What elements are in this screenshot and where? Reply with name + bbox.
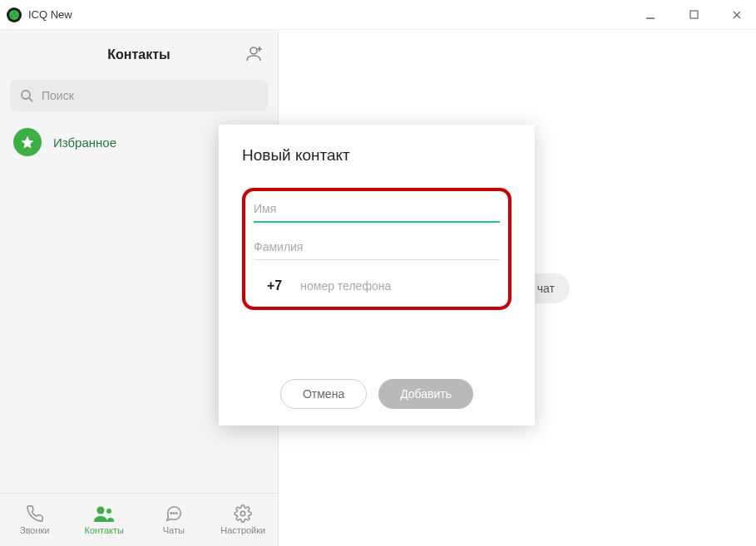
add-button[interactable]: Добавить — [378, 379, 473, 409]
sidebar-header: Контакты — [0, 30, 278, 80]
first-name-input[interactable] — [254, 202, 500, 215]
nav-label: Чаты — [163, 525, 185, 535]
maximize-button[interactable] — [681, 2, 706, 27]
nav-contacts[interactable]: Контакты — [75, 504, 133, 535]
nav-label: Звонки — [20, 525, 50, 535]
window-titlebar: ICQ New — [0, 0, 756, 30]
nav-chats[interactable]: Чаты — [145, 504, 203, 535]
modal-actions: Отмена Добавить — [242, 362, 511, 409]
last-name-field[interactable] — [254, 239, 500, 260]
sidebar-title: Контакты — [107, 47, 170, 62]
country-code-selector[interactable]: +7 — [267, 278, 282, 293]
svg-point-0 — [13, 12, 15, 13]
svg-point-2 — [15, 15, 17, 17]
add-contact-button[interactable] — [245, 45, 263, 65]
svg-point-14 — [170, 513, 171, 514]
app-icon — [7, 7, 22, 22]
chat-icon — [165, 504, 183, 523]
svg-point-13 — [106, 509, 111, 514]
nav-label: Настройки — [220, 525, 265, 535]
star-icon — [13, 128, 42, 156]
cancel-button[interactable]: Отмена — [280, 379, 367, 409]
last-name-input[interactable] — [254, 240, 500, 253]
contacts-icon — [93, 504, 115, 523]
svg-rect-4 — [690, 11, 698, 18]
svg-point-17 — [241, 511, 246, 516]
phone-field[interactable]: +7 — [254, 277, 500, 293]
search-field[interactable] — [10, 80, 268, 111]
new-contact-modal: Новый контакт +7 Отмена Добавить — [219, 125, 535, 425]
svg-point-16 — [175, 513, 176, 514]
svg-point-7 — [250, 47, 257, 54]
svg-point-1 — [11, 15, 12, 17]
window-title: ICQ New — [28, 8, 72, 21]
add-person-icon — [245, 45, 263, 61]
phone-icon — [26, 504, 44, 523]
first-name-field[interactable] — [254, 201, 500, 223]
phone-input[interactable] — [300, 279, 446, 293]
nav-calls[interactable]: Звонки — [6, 504, 64, 535]
svg-point-15 — [173, 513, 174, 514]
close-button[interactable] — [724, 2, 749, 27]
bottom-nav: Звонки Контакты Чаты Настройки — [0, 493, 278, 546]
svg-line-11 — [29, 98, 32, 101]
modal-title: Новый контакт — [242, 146, 511, 165]
svg-point-10 — [22, 91, 30, 99]
search-icon — [20, 89, 33, 102]
minimize-button[interactable] — [638, 2, 663, 27]
gear-icon — [234, 504, 252, 523]
favorites-label: Избранное — [53, 135, 116, 150]
window-controls — [638, 2, 749, 27]
nav-settings[interactable]: Настройки — [214, 504, 272, 535]
svg-point-12 — [97, 507, 105, 514]
search-input[interactable] — [42, 89, 258, 102]
annotation-highlight: +7 — [242, 188, 511, 310]
nav-label: Контакты — [84, 525, 124, 535]
